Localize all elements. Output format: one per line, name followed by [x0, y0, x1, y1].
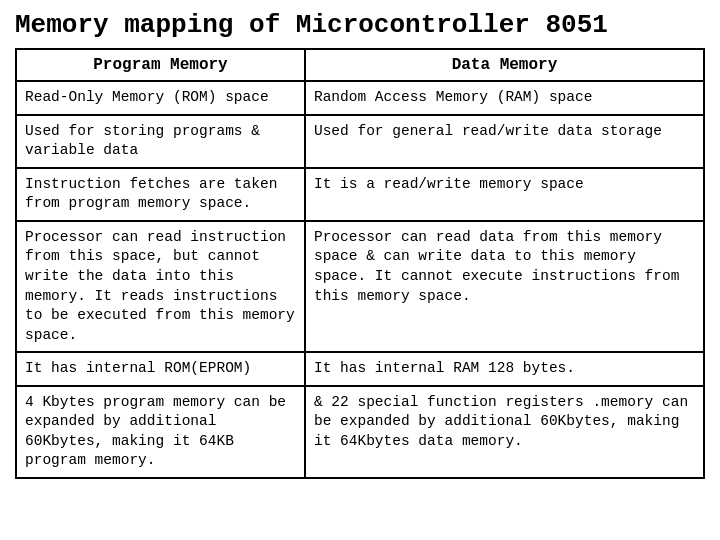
data-cell-0: Random Access Memory (RAM) space	[305, 81, 704, 115]
table-row: 4 Kbytes program memory can be expanded …	[16, 386, 704, 478]
program-cell-5: 4 Kbytes program memory can be expanded …	[16, 386, 305, 478]
program-cell-1: Used for storing programs & variable dat…	[16, 115, 305, 168]
data-cell-5: & 22 special function registers .memory …	[305, 386, 704, 478]
data-memory-header: Data Memory	[305, 49, 704, 81]
program-cell-3: Processor can read instruction from this…	[16, 221, 305, 352]
table-row: Used for storing programs & variable dat…	[16, 115, 704, 168]
table-row: Instruction fetches are taken from progr…	[16, 168, 704, 221]
table-row: Processor can read instruction from this…	[16, 221, 704, 352]
data-cell-1: Used for general read/write data storage	[305, 115, 704, 168]
memory-mapping-table: Program Memory Data Memory Read-Only Mem…	[15, 48, 705, 479]
program-cell-2: Instruction fetches are taken from progr…	[16, 168, 305, 221]
table-row: It has internal ROM(EPROM)It has interna…	[16, 352, 704, 386]
program-cell-0: Read-Only Memory (ROM) space	[16, 81, 305, 115]
program-memory-header: Program Memory	[16, 49, 305, 81]
data-cell-4: It has internal RAM 128 bytes.	[305, 352, 704, 386]
program-cell-4: It has internal ROM(EPROM)	[16, 352, 305, 386]
data-cell-2: It is a read/write memory space	[305, 168, 704, 221]
page-title: Memory mapping of Microcontroller 8051	[15, 10, 705, 40]
data-cell-3: Processor can read data from this memory…	[305, 221, 704, 352]
table-row: Read-Only Memory (ROM) spaceRandom Acces…	[16, 81, 704, 115]
